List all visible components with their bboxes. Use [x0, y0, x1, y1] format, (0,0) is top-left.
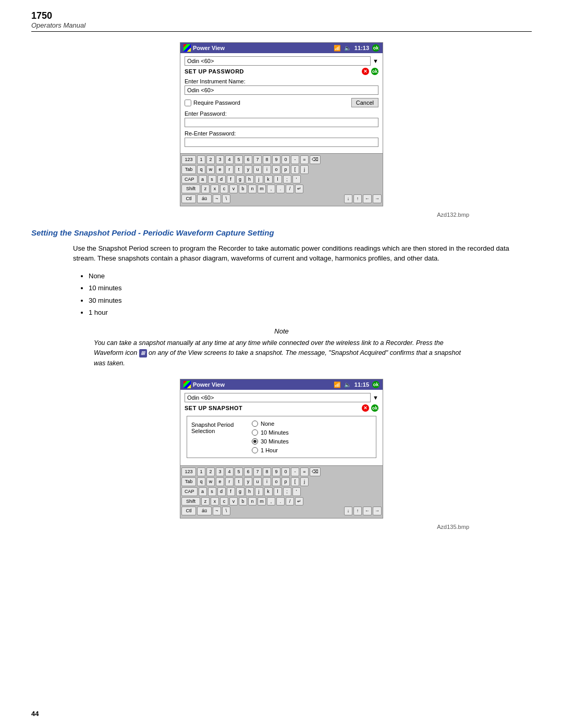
kb-h[interactable]: h [246, 175, 254, 184]
kb-j2[interactable]: j [255, 175, 263, 184]
kb-g[interactable]: g [236, 175, 244, 184]
kb-s[interactable]: s [208, 175, 216, 184]
kb-minus[interactable]: - [291, 155, 299, 164]
radio-30min[interactable]: 30 Minutes [252, 438, 289, 445]
kb2-j[interactable]: j [300, 477, 309, 486]
kb2-t[interactable]: t [235, 477, 243, 486]
kb-backslash[interactable]: \ [222, 194, 230, 203]
kb-i[interactable]: i [263, 165, 271, 174]
cancel-button[interactable]: Cancel [351, 98, 378, 107]
kb2-o[interactable]: o [272, 477, 280, 486]
kb2-k[interactable]: k [264, 487, 273, 496]
kb-shift[interactable]: Shift [181, 184, 200, 193]
kb2-quote[interactable]: ' [292, 487, 301, 496]
kb2-y[interactable]: y [244, 477, 252, 486]
kb-u[interactable]: u [253, 165, 262, 174]
kb2-s[interactable]: s [208, 487, 216, 496]
kb2-6[interactable]: 6 [244, 467, 252, 476]
kb2-5[interactable]: 5 [235, 467, 243, 476]
kb-7[interactable]: 7 [253, 155, 262, 164]
kb2-down[interactable]: ↓ [344, 507, 352, 515]
radio-none[interactable]: None [252, 421, 289, 427]
kb2-n[interactable]: n [248, 497, 256, 506]
kb2-bracket[interactable]: [ [291, 477, 299, 486]
kb-l[interactable]: l [274, 175, 282, 184]
close-icon[interactable]: ✕ [362, 68, 369, 75]
instrument-name-input[interactable] [185, 85, 378, 95]
kb2-backslash[interactable]: \ [222, 507, 230, 515]
kb-w[interactable]: w [206, 165, 215, 174]
kb2-slash[interactable]: / [286, 497, 294, 506]
kb2-f[interactable]: f [227, 487, 235, 496]
kb2-a[interactable]: a [199, 487, 207, 496]
kb-k[interactable]: k [264, 175, 273, 184]
kb2-minus[interactable]: - [291, 467, 299, 476]
kb-c[interactable]: c [220, 184, 228, 193]
kb2-1[interactable]: 1 [197, 467, 205, 476]
kb-m[interactable]: m [258, 184, 266, 193]
kb2-4[interactable]: 4 [225, 467, 234, 476]
kb-backspace[interactable]: ⌫ [310, 155, 321, 164]
kb-equals[interactable]: = [300, 155, 309, 164]
kb-bracket-open[interactable]: [ [291, 165, 299, 174]
kb-b[interactable]: b [239, 184, 247, 193]
kb2-3[interactable]: 3 [216, 467, 224, 476]
radio-30min-circle[interactable] [252, 438, 258, 445]
kb2-tab[interactable]: Tab [181, 477, 196, 486]
kb2-c[interactable]: c [220, 497, 228, 506]
radio-1hour[interactable]: 1 Hour [252, 447, 289, 453]
kb2-p[interactable]: p [282, 477, 290, 486]
kb2-r[interactable]: r [225, 477, 234, 486]
second-ok-badge[interactable]: ok [372, 381, 380, 388]
kb-ctl[interactable]: Ctl [181, 194, 196, 203]
kb2-backspace[interactable]: ⌫ [310, 467, 321, 476]
second-ok-icon[interactable]: ok [371, 404, 378, 412]
kb2-up[interactable]: ↑ [353, 507, 362, 515]
radio-1hour-circle[interactable] [252, 447, 258, 453]
kb2-7[interactable]: 7 [253, 467, 262, 476]
kb2-2[interactable]: 2 [206, 467, 215, 476]
kb2-special[interactable]: áü [197, 507, 212, 515]
kb-up[interactable]: ↑ [353, 194, 362, 203]
kb-quote[interactable]: ' [292, 175, 301, 184]
kb2-equals[interactable]: = [300, 467, 309, 476]
kb-f[interactable]: f [227, 175, 235, 184]
kb2-m[interactable]: m [258, 497, 266, 506]
kb-q[interactable]: q [197, 165, 205, 174]
kb2-ctl[interactable]: Ctl [181, 507, 196, 515]
kb-z[interactable]: z [201, 184, 210, 193]
kb2-x[interactable]: x [211, 497, 219, 506]
kb-slash[interactable]: / [286, 184, 294, 193]
radio-10min[interactable]: 10 Minutes [252, 429, 289, 436]
kb-r[interactable]: r [225, 165, 234, 174]
radio-none-circle[interactable] [252, 421, 258, 427]
radio-10min-circle[interactable] [252, 429, 258, 436]
kb2-0[interactable]: 0 [282, 467, 290, 476]
kb2-e[interactable]: e [216, 477, 224, 486]
kb-2[interactable]: 2 [206, 155, 215, 164]
kb-123[interactable]: 123 [181, 155, 196, 164]
kb2-u[interactable]: u [253, 477, 262, 486]
reenter-password-input[interactable] [185, 138, 378, 147]
kb2-9[interactable]: 9 [272, 467, 280, 476]
kb-1[interactable]: 1 [197, 155, 205, 164]
kb-v[interactable]: v [229, 184, 238, 193]
kb2-d[interactable]: d [217, 487, 226, 496]
kb-d[interactable]: d [217, 175, 226, 184]
kb-j[interactable]: j [300, 165, 309, 174]
kb-enter[interactable]: ↵ [295, 184, 303, 193]
kb2-left[interactable]: ← [363, 507, 372, 515]
kb2-cap[interactable]: CAP [181, 487, 198, 496]
ok-badge[interactable]: ok [372, 44, 380, 52]
kb-3[interactable]: 3 [216, 155, 224, 164]
kb2-l[interactable]: l [274, 487, 282, 496]
kb-8[interactable]: 8 [263, 155, 271, 164]
kb-x[interactable]: x [211, 184, 219, 193]
kb-6[interactable]: 6 [244, 155, 252, 164]
kb2-j2[interactable]: j [255, 487, 263, 496]
kb-right[interactable]: → [373, 194, 382, 203]
kb-a[interactable]: a [199, 175, 207, 184]
kb-o[interactable]: o [272, 165, 280, 174]
kb-9[interactable]: 9 [272, 155, 280, 164]
device-dropdown[interactable]: Odin <60> [185, 56, 371, 66]
